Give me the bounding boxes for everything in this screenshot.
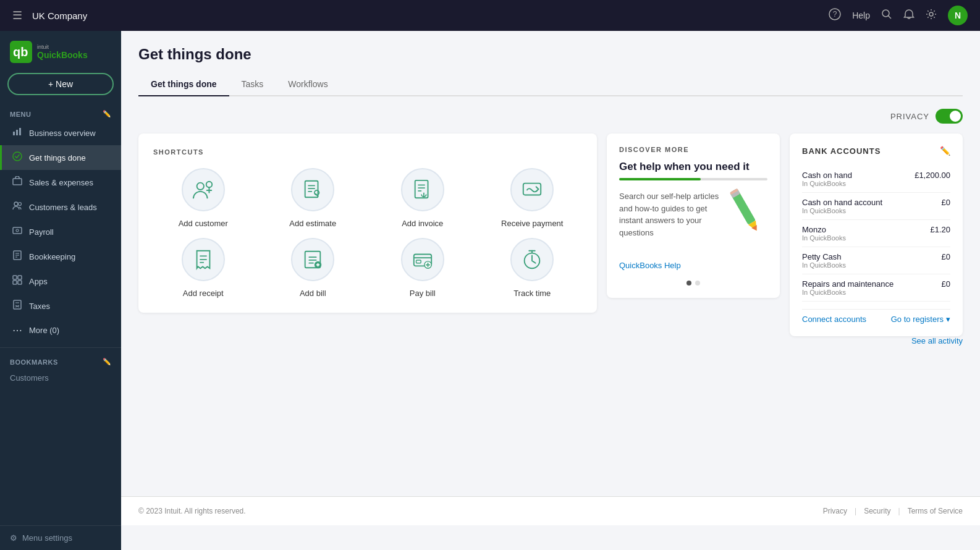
sidebar-divider bbox=[0, 347, 121, 348]
topbar: ☰ UK Company ? Help N bbox=[0, 0, 980, 31]
bookkeeping-icon bbox=[12, 250, 23, 263]
svg-rect-14 bbox=[13, 227, 22, 234]
shortcut-add-customer[interactable]: Add customer bbox=[153, 168, 253, 228]
apps-icon bbox=[12, 275, 23, 287]
sales-icon bbox=[12, 176, 23, 188]
topbar-left: ☰ UK Company bbox=[12, 9, 87, 22]
sidebar-item-taxes[interactable]: Taxes bbox=[0, 294, 121, 318]
settings-icon[interactable] bbox=[926, 9, 937, 23]
svg-point-27 bbox=[206, 182, 211, 187]
customers-icon bbox=[12, 201, 23, 213]
tab-get-things-done[interactable]: Get things done bbox=[138, 73, 229, 96]
copyright: © 2023 Intuit. All rights reserved. bbox=[138, 507, 246, 515]
privacy-toggle[interactable] bbox=[936, 109, 963, 124]
shortcut-label: Receive payment bbox=[501, 219, 563, 228]
sidebar-item-get-things-done[interactable]: Get things done bbox=[0, 145, 121, 170]
bank-sub-3: In QuickBooks bbox=[802, 261, 846, 269]
shortcuts-grid: Add customer bbox=[153, 168, 582, 298]
discover-card: DISCOVER MORE Get help when you need it … bbox=[607, 133, 780, 298]
tab-tasks[interactable]: Tasks bbox=[229, 73, 276, 96]
edit-menu-icon[interactable]: ✏️ bbox=[103, 110, 112, 118]
bank-footer: Connect accounts Go to registers ▾ bbox=[802, 309, 950, 324]
sidebar-item-business-overview[interactable]: Business overview bbox=[0, 121, 121, 145]
svg-point-12 bbox=[14, 202, 18, 206]
bank-accounts-card: BANK ACCOUNTS ✏️ Cash on hand In QuickBo… bbox=[790, 133, 963, 336]
settings-gear-icon: ⚙ bbox=[10, 533, 17, 543]
main-content: Get things done Get things done Tasks Wo… bbox=[121, 31, 980, 550]
sidebar-item-apps[interactable]: Apps bbox=[0, 269, 121, 294]
bank-row-2: Monzo In QuickBooks £1.20 bbox=[802, 220, 950, 247]
sidebar-item-bookkeeping[interactable]: Bookkeeping bbox=[0, 244, 121, 269]
add-bill-icon bbox=[291, 238, 334, 281]
cards-row: SHORTCUTS bbox=[138, 133, 963, 336]
sidebar-item-label: Customers & leads bbox=[29, 203, 97, 212]
shortcut-add-estimate[interactable]: Add estimate bbox=[263, 168, 363, 228]
discover-illustration bbox=[724, 184, 767, 240]
goto-registers-button[interactable]: Go to registers ▾ bbox=[891, 315, 950, 324]
bank-sub-2: In QuickBooks bbox=[802, 234, 846, 242]
privacy-row: PRIVACY bbox=[138, 109, 963, 124]
add-invoice-icon bbox=[401, 168, 444, 211]
receive-payment-icon bbox=[510, 168, 554, 211]
shortcut-add-bill[interactable]: Add bill bbox=[263, 238, 363, 298]
chevron-down-icon: ▾ bbox=[946, 315, 950, 324]
bank-name-1: Cash on hand account bbox=[802, 198, 882, 207]
logo-text: intuit QuickBooks bbox=[37, 44, 88, 60]
bookmarks-section-label: BOOKMARKS ✏️ bbox=[0, 353, 121, 368]
svg-rect-20 bbox=[13, 276, 17, 279]
hamburger-icon[interactable]: ☰ bbox=[12, 9, 22, 22]
sidebar-item-label: More (0) bbox=[29, 326, 59, 335]
shortcuts-label: SHORTCUTS bbox=[153, 148, 582, 156]
connect-accounts-link[interactable]: Connect accounts bbox=[802, 315, 866, 324]
new-button[interactable]: + New bbox=[7, 73, 114, 95]
dot-1 bbox=[686, 281, 691, 286]
main-layout: qb intuit QuickBooks + New MENU ✏️ Busin… bbox=[0, 31, 980, 550]
sidebar-item-label: Taxes bbox=[29, 302, 50, 311]
sidebar-item-more[interactable]: ⋯ More (0) bbox=[0, 318, 121, 342]
avatar[interactable]: N bbox=[948, 6, 968, 25]
bank-amount-0: £1,200.00 bbox=[915, 171, 950, 180]
edit-bookmarks-icon[interactable]: ✏️ bbox=[103, 358, 112, 366]
tab-workflows[interactable]: Workflows bbox=[276, 73, 340, 96]
sidebar-item-customers-leads[interactable]: Customers & leads bbox=[0, 195, 121, 219]
sidebar: qb intuit QuickBooks + New MENU ✏️ Busin… bbox=[0, 31, 121, 550]
shortcut-label: Add estimate bbox=[289, 219, 336, 228]
discover-dots bbox=[619, 281, 767, 286]
terms-link[interactable]: Terms of Service bbox=[908, 507, 963, 515]
page-footer: © 2023 Intuit. All rights reserved. Priv… bbox=[121, 496, 980, 525]
svg-text:qb: qb bbox=[13, 45, 28, 59]
menu-settings-button[interactable]: ⚙ Menu settings bbox=[0, 525, 121, 550]
privacy-label: PRIVACY bbox=[890, 112, 929, 121]
chart-icon bbox=[12, 127, 23, 139]
menu-section-label: MENU ✏️ bbox=[0, 105, 121, 121]
bank-edit-icon[interactable]: ✏️ bbox=[940, 146, 950, 156]
bank-accounts-title: BANK ACCOUNTS bbox=[802, 146, 881, 156]
quickbooks-logo-icon: qb bbox=[10, 41, 32, 63]
bank-row-1: Cash on hand account In QuickBooks £0 bbox=[802, 193, 950, 220]
quickbooks-help-link[interactable]: QuickBooks Help bbox=[619, 261, 681, 270]
page-title: Get things done bbox=[138, 46, 963, 63]
sidebar-item-payroll[interactable]: Payroll bbox=[0, 219, 121, 244]
bookmark-customers[interactable]: Customers bbox=[0, 368, 121, 387]
help-icon[interactable]: ? bbox=[829, 8, 841, 23]
privacy-link[interactable]: Privacy bbox=[823, 507, 847, 515]
svg-point-10 bbox=[13, 152, 22, 161]
bank-amount-2: £1.20 bbox=[930, 225, 950, 234]
add-customer-icon bbox=[182, 168, 225, 211]
shortcut-add-invoice[interactable]: Add invoice bbox=[373, 168, 473, 228]
see-all-activity-link[interactable]: See all activity bbox=[138, 336, 963, 345]
search-icon[interactable] bbox=[881, 9, 892, 23]
help-button[interactable]: Help bbox=[852, 11, 870, 20]
security-link[interactable]: Security bbox=[864, 507, 890, 515]
shortcut-pay-bill[interactable]: Pay bill bbox=[373, 238, 473, 298]
shortcut-receive-payment[interactable]: Receive payment bbox=[483, 168, 583, 228]
sidebar-item-sales-expenses[interactable]: Sales & expenses bbox=[0, 170, 121, 195]
shortcut-add-receipt[interactable]: Add receipt bbox=[153, 238, 253, 298]
bank-amount-4: £0 bbox=[942, 279, 950, 289]
svg-rect-23 bbox=[18, 281, 22, 284]
shortcuts-card: SHORTCUTS bbox=[138, 133, 597, 313]
svg-point-26 bbox=[196, 183, 203, 190]
notifications-icon[interactable] bbox=[903, 9, 915, 23]
bank-amount-1: £0 bbox=[942, 198, 950, 207]
shortcut-track-time[interactable]: Track time bbox=[483, 238, 583, 298]
